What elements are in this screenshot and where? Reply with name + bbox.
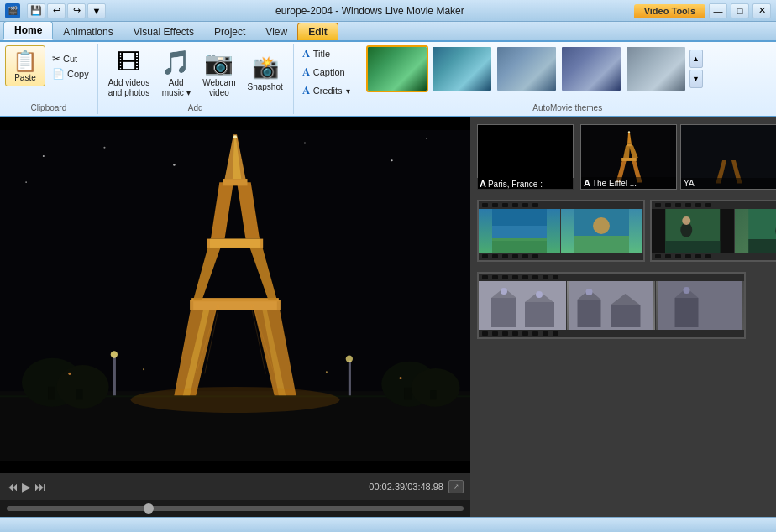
cut-copy-buttons: ✂ Cut 📄 Copy bbox=[49, 52, 92, 81]
redo-button[interactable]: ↪ bbox=[67, 3, 86, 18]
tab-home[interactable]: Home bbox=[3, 21, 53, 40]
themes-scroll-down[interactable]: ▼ bbox=[689, 70, 703, 88]
close-button[interactable]: ✕ bbox=[752, 3, 771, 18]
add-videos-label: Add videosand photos bbox=[108, 78, 150, 98]
svg-point-45 bbox=[399, 377, 401, 379]
tab-visual-effects[interactable]: Visual Effects bbox=[123, 23, 204, 40]
tab-view[interactable]: View bbox=[255, 23, 297, 40]
status-bar bbox=[0, 517, 776, 532]
film-strip-2 bbox=[650, 200, 776, 262]
add-videos-button[interactable]: 🎞 Add videosand photos bbox=[103, 45, 155, 102]
storyboard-panel: A Paris, France : bbox=[470, 117, 776, 517]
app-icon: 🎬 bbox=[5, 3, 20, 18]
themes-group: ▲ ▼ AutoMovie themes bbox=[359, 44, 776, 114]
svg-point-57 bbox=[628, 131, 630, 133]
expand-button[interactable]: ⤢ bbox=[448, 480, 464, 493]
svg-rect-66 bbox=[574, 236, 629, 253]
film-frame-beach-2 bbox=[561, 209, 642, 253]
story-clip-1[interactable]: A Paris, France : bbox=[477, 124, 574, 190]
title-bar: 🎬 💾 ↩ ↪ ▼ europe-2004 - Windows Live Mov… bbox=[0, 0, 776, 22]
window-title: europe-2004 - Windows Live Movie Maker bbox=[106, 5, 634, 17]
svg-rect-17 bbox=[430, 390, 436, 399]
quick-access-toolbar: 💾 ↩ ↪ ▼ bbox=[27, 3, 106, 18]
caption-button[interactable]: 𝐀 Caption bbox=[299, 64, 349, 81]
add-music-button[interactable]: 🎵 Addmusic ▾ bbox=[156, 45, 196, 102]
svg-rect-24 bbox=[191, 298, 279, 301]
video-tools-tab[interactable]: Video Tools bbox=[634, 4, 705, 18]
film-strip-3 bbox=[477, 272, 746, 339]
themes-scroll-up[interactable]: ▲ bbox=[689, 50, 703, 68]
seek-track[interactable] bbox=[7, 506, 464, 511]
film-frame-cathedral-1 bbox=[479, 281, 567, 330]
svg-point-6 bbox=[426, 138, 427, 140]
go-end-button[interactable]: ⏭ bbox=[34, 480, 46, 493]
story-thumb-2: A The Eiffel ... bbox=[580, 124, 677, 190]
caption-label: Caption bbox=[313, 67, 345, 77]
svg-point-7 bbox=[25, 181, 27, 183]
cut-label: Cut bbox=[63, 54, 77, 64]
themes-nav: ▲ ▼ bbox=[689, 50, 703, 88]
svg-rect-87 bbox=[611, 305, 641, 327]
theme-item-3[interactable] bbox=[495, 45, 558, 92]
add-music-icon: 🎵 bbox=[161, 49, 191, 76]
undo-button[interactable]: ↩ bbox=[47, 3, 66, 18]
svg-rect-80 bbox=[525, 302, 554, 327]
tab-project[interactable]: Project bbox=[204, 23, 255, 40]
tab-animations[interactable]: Animations bbox=[53, 23, 123, 40]
eiffel-scene bbox=[0, 117, 470, 473]
svg-point-43 bbox=[346, 356, 353, 362]
play-button[interactable]: ▶ bbox=[22, 480, 31, 493]
maximize-button[interactable]: □ bbox=[731, 3, 749, 18]
caption-icon: 𝐀 bbox=[302, 65, 310, 79]
title-icon: 𝐀 bbox=[302, 47, 310, 60]
svg-rect-55 bbox=[627, 143, 632, 146]
story-clip-film-2[interactable] bbox=[650, 200, 776, 262]
quick-access-dropdown[interactable]: ▼ bbox=[87, 3, 106, 18]
story-clip-film-1[interactable] bbox=[477, 200, 645, 262]
minimize-button[interactable]: — bbox=[709, 3, 727, 18]
svg-rect-64 bbox=[492, 226, 547, 238]
svg-point-11 bbox=[56, 365, 108, 409]
story-clip-2[interactable]: A The Eiffel ... bbox=[580, 124, 677, 190]
theme-item-4[interactable] bbox=[560, 45, 622, 92]
svg-rect-90 bbox=[675, 298, 699, 327]
storyboard-row-1: A Paris, France : bbox=[477, 124, 769, 190]
story-clip-3[interactable]: YA bbox=[680, 124, 776, 190]
copy-button[interactable]: 📄 Copy bbox=[49, 67, 92, 81]
story-clip-film-3[interactable] bbox=[477, 272, 746, 339]
title-bar-left: 🎬 💾 ↩ ↪ ▼ bbox=[5, 3, 106, 18]
film-frame-beach bbox=[479, 209, 560, 253]
credits-button[interactable]: 𝐀 Credits ▾ bbox=[299, 82, 354, 99]
clip-2-label: The Eiffel ... bbox=[592, 179, 637, 188]
theme-item-5[interactable] bbox=[625, 45, 687, 92]
caption-label-1: A Paris, France : bbox=[477, 178, 574, 190]
title-button[interactable]: 𝐀 Title bbox=[299, 45, 333, 62]
svg-point-82 bbox=[536, 291, 543, 298]
webcam-button[interactable]: 📷 Webcamvideo bbox=[197, 45, 240, 102]
svg-rect-52 bbox=[621, 158, 637, 161]
preview-panel: ⏮ ▶ ⏭ 00:02.39/03:48.98 ⤢ bbox=[0, 117, 470, 517]
seek-thumb[interactable] bbox=[144, 503, 154, 514]
theme-item-1[interactable] bbox=[366, 45, 428, 92]
storyboard-row-2 bbox=[477, 200, 769, 262]
snapshot-label: Snapshot bbox=[247, 82, 282, 92]
text-controls: 𝐀 Title 𝐀 Caption 𝐀 Credits ▾ bbox=[299, 45, 354, 112]
tab-edit[interactable]: Edit bbox=[297, 23, 338, 40]
ribbon-content: 📋 Paste ✂ Cut 📄 Copy Clipboard bbox=[0, 42, 776, 117]
add-music-label: Addmusic ▾ bbox=[162, 78, 191, 98]
storyboard-row-3 bbox=[477, 272, 769, 339]
clip-1-label: Paris, France : bbox=[488, 180, 543, 189]
svg-point-92 bbox=[684, 287, 690, 294]
snapshot-button[interactable]: 📸 Snapshot bbox=[242, 51, 287, 96]
theme-item-2[interactable] bbox=[431, 45, 493, 92]
cut-button[interactable]: ✂ Cut bbox=[49, 52, 92, 65]
story-thumb-3: YA bbox=[680, 124, 776, 190]
video-preview bbox=[0, 117, 470, 473]
svg-rect-40 bbox=[113, 357, 116, 396]
seek-bar[interactable] bbox=[0, 500, 470, 517]
paste-button[interactable]: 📋 Paste bbox=[5, 45, 45, 86]
film-frame-cathedral-3 bbox=[656, 281, 744, 330]
paste-icon: 📋 bbox=[13, 50, 38, 73]
go-start-button[interactable]: ⏮ bbox=[7, 480, 18, 493]
save-button[interactable]: 💾 bbox=[27, 3, 45, 18]
